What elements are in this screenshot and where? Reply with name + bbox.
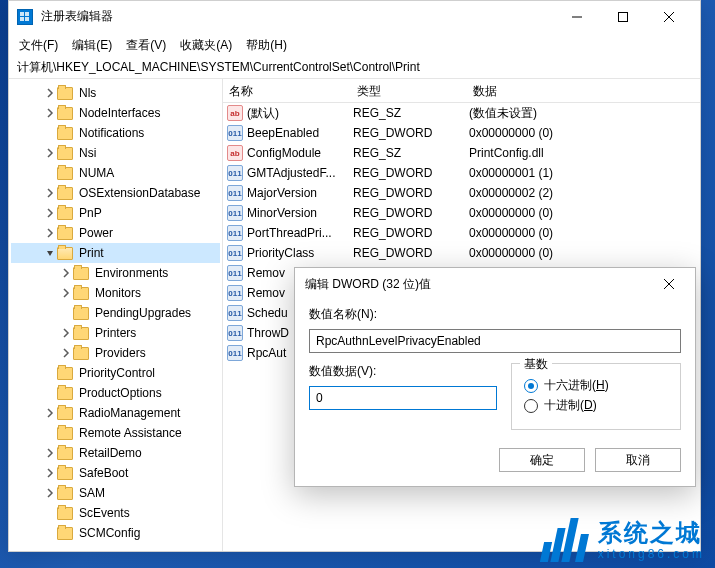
menu-view[interactable]: 查看(V) [120, 35, 172, 56]
tree-item-nodeinterfaces[interactable]: NodeInterfaces [11, 103, 220, 123]
string-value-icon: ab [227, 145, 243, 161]
base-fieldset: 基数 十六进制(H) 十进制(D) [511, 363, 681, 430]
list-row[interactable]: abConfigModuleREG_SZPrintConfig.dll [223, 143, 700, 163]
folder-icon [57, 467, 73, 480]
chevron-down-icon[interactable] [43, 248, 57, 258]
tree-label: RadioManagement [77, 406, 182, 420]
data-field[interactable] [309, 386, 497, 410]
tree-label: ScEvents [77, 506, 132, 520]
tree-item-sam[interactable]: SAM [11, 483, 220, 503]
value-name: Remov [247, 286, 285, 300]
tree-item-scevents[interactable]: ScEvents [11, 503, 220, 523]
folder-icon [57, 127, 73, 140]
tree-item-prioritycontrol[interactable]: PriorityControl [11, 363, 220, 383]
list-row[interactable]: 011PriorityClassREG_DWORD0x00000000 (0) [223, 243, 700, 263]
watermark-text: 系统之城 xitong86.com [598, 521, 705, 560]
chevron-right-icon[interactable] [43, 488, 57, 498]
list-row[interactable]: 011GMTAdjustedF...REG_DWORD0x00000001 (1… [223, 163, 700, 183]
radio-hex-row[interactable]: 十六进制(H) [524, 377, 668, 394]
edit-dword-dialog: 编辑 DWORD (32 位)值 数值名称(N): 数值数据(V): 基数 十六… [294, 267, 696, 487]
watermark-line2: xitong86.com [598, 548, 705, 560]
col-data[interactable]: 数据 [467, 79, 700, 102]
radio-hex[interactable] [524, 379, 538, 393]
chevron-right-icon[interactable] [43, 468, 57, 478]
list-row[interactable]: 011MajorVersionREG_DWORD0x00000002 (2) [223, 183, 700, 203]
tree-item-safeboot[interactable]: SafeBoot [11, 463, 220, 483]
folder-icon [57, 427, 73, 440]
minimize-button[interactable] [554, 1, 600, 33]
tree-item-nls[interactable]: Nls [11, 83, 220, 103]
tree-label: Environments [93, 266, 170, 280]
value-data: 0x00000002 (2) [467, 186, 700, 200]
value-name: BeepEnabled [247, 126, 319, 140]
maximize-button[interactable] [600, 1, 646, 33]
chevron-right-icon[interactable] [59, 328, 73, 338]
tree-item-scmconfig[interactable]: SCMConfig [11, 523, 220, 543]
value-data: 0x00000000 (0) [467, 226, 700, 240]
dialog-close-button[interactable] [653, 268, 685, 300]
radio-dec-row[interactable]: 十进制(D) [524, 397, 668, 414]
list-row[interactable]: 011MinorVersionREG_DWORD0x00000000 (0) [223, 203, 700, 223]
tree-item-print[interactable]: Print [11, 243, 220, 263]
dword-value-icon: 011 [227, 185, 243, 201]
dialog-titlebar[interactable]: 编辑 DWORD (32 位)值 [295, 268, 695, 300]
tree-item-pendingupgrades[interactable]: PendingUpgrades [11, 303, 220, 323]
tree-item-radiomanagement[interactable]: RadioManagement [11, 403, 220, 423]
folder-icon [73, 287, 89, 300]
list-row[interactable]: 011BeepEnabledREG_DWORD0x00000000 (0) [223, 123, 700, 143]
name-field[interactable] [309, 329, 681, 353]
list-row[interactable]: 011PortThreadPri...REG_DWORD0x00000000 (… [223, 223, 700, 243]
chevron-right-icon[interactable] [43, 148, 57, 158]
tree-item-power[interactable]: Power [11, 223, 220, 243]
tree-label: PriorityControl [77, 366, 157, 380]
cancel-button[interactable]: 取消 [595, 448, 681, 472]
dword-value-icon: 011 [227, 245, 243, 261]
tree-item-pnp[interactable]: PnP [11, 203, 220, 223]
tree-label: PendingUpgrades [93, 306, 193, 320]
value-name: ConfigModule [247, 146, 321, 160]
titlebar[interactable]: 注册表编辑器 [9, 1, 700, 33]
tree-item-numa[interactable]: NUMA [11, 163, 220, 183]
chevron-right-icon[interactable] [59, 288, 73, 298]
menu-edit[interactable]: 编辑(E) [66, 35, 118, 56]
menu-favorites[interactable]: 收藏夹(A) [174, 35, 238, 56]
folder-icon [57, 87, 73, 100]
menu-file[interactable]: 文件(F) [13, 35, 64, 56]
tree-item-productoptions[interactable]: ProductOptions [11, 383, 220, 403]
menu-help[interactable]: 帮助(H) [240, 35, 293, 56]
folder-icon [73, 307, 89, 320]
tree-label: Providers [93, 346, 148, 360]
ok-button[interactable]: 确定 [499, 448, 585, 472]
value-name: (默认) [247, 105, 279, 122]
dword-value-icon: 011 [227, 205, 243, 221]
chevron-right-icon[interactable] [43, 188, 57, 198]
chevron-right-icon[interactable] [43, 408, 57, 418]
col-name[interactable]: 名称 [223, 79, 351, 102]
tree-label: SAM [77, 486, 107, 500]
col-type[interactable]: 类型 [351, 79, 467, 102]
value-name: RpcAut [247, 346, 286, 360]
chevron-right-icon[interactable] [43, 108, 57, 118]
tree-item-osextensiondatabase[interactable]: OSExtensionDatabase [11, 183, 220, 203]
tree-item-monitors[interactable]: Monitors [11, 283, 220, 303]
address-bar[interactable]: 计算机\HKEY_LOCAL_MACHINE\SYSTEM\CurrentCon… [9, 57, 700, 79]
list-row[interactable]: ab(默认)REG_SZ(数值未设置) [223, 103, 700, 123]
close-button[interactable] [646, 1, 692, 33]
tree-pane[interactable]: NlsNodeInterfacesNotificationsNsiNUMAOSE… [9, 79, 223, 551]
radio-dec[interactable] [524, 399, 538, 413]
chevron-right-icon[interactable] [59, 268, 73, 278]
tree-item-remote-assistance[interactable]: Remote Assistance [11, 423, 220, 443]
chevron-right-icon[interactable] [43, 448, 57, 458]
tree-item-notifications[interactable]: Notifications [11, 123, 220, 143]
tree-item-printers[interactable]: Printers [11, 323, 220, 343]
tree-item-environments[interactable]: Environments [11, 263, 220, 283]
tree-item-retaildemo[interactable]: RetailDemo [11, 443, 220, 463]
chevron-right-icon[interactable] [43, 208, 57, 218]
chevron-right-icon[interactable] [43, 228, 57, 238]
tree-item-providers[interactable]: Providers [11, 343, 220, 363]
dword-value-icon: 011 [227, 305, 243, 321]
chevron-right-icon[interactable] [59, 348, 73, 358]
chevron-right-icon[interactable] [43, 88, 57, 98]
radio-hex-label: 十六进制(H) [544, 377, 609, 394]
tree-item-nsi[interactable]: Nsi [11, 143, 220, 163]
